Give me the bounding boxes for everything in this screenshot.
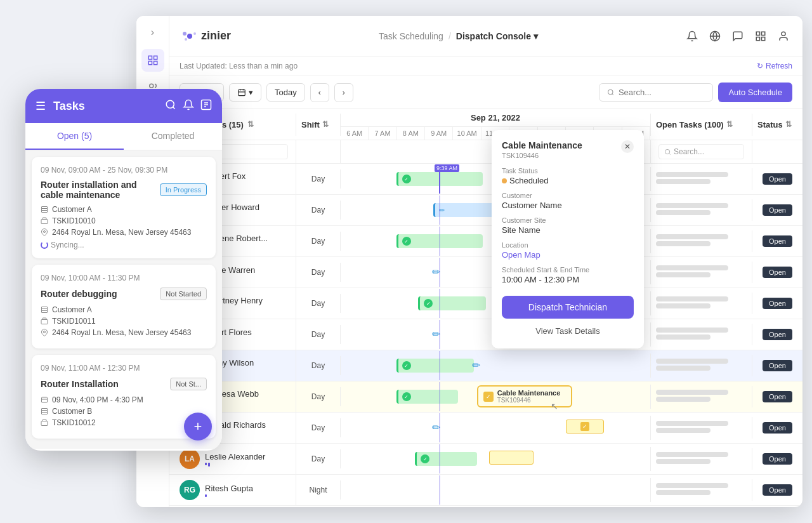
breadcrumb: Task Scheduling / Dispatch Console ▾: [231, 31, 686, 41]
svg-rect-15: [756, 32, 759, 35]
logo-icon: [182, 29, 197, 44]
status-cell: Open: [752, 230, 802, 252]
list-item[interactable]: 09 Nov, 09:00 AM - 25 Nov, 09:30 PM Rout…: [32, 157, 216, 258]
task-search-placeholder: Search...: [674, 147, 704, 156]
task-icon: ✓: [580, 422, 589, 431]
refresh-button[interactable]: ↻ Refresh: [757, 62, 792, 70]
status-cell: Open: [752, 168, 802, 190]
filter-icon[interactable]: ⇅: [785, 120, 792, 129]
svg-rect-17: [756, 37, 759, 40]
prev-button[interactable]: ‹: [310, 83, 329, 102]
sidebar-icon-analytics[interactable]: [141, 49, 164, 72]
search-icon: [664, 149, 671, 156]
chat-icon[interactable]: [731, 30, 744, 43]
menu-icon[interactable]: ☰: [36, 99, 46, 113]
calendar-check-icon: ✓: [483, 392, 494, 402]
mobile-search-icon[interactable]: [165, 99, 176, 113]
search-box[interactable]: [599, 83, 713, 102]
popup-location-field: Location Open Map: [502, 241, 634, 260]
close-button[interactable]: ✕: [621, 140, 634, 153]
id-icon: [41, 317, 48, 325]
tab-completed[interactable]: Completed: [124, 123, 222, 150]
tab-open[interactable]: Open (5): [25, 123, 124, 150]
filter-icon[interactable]: ⇅: [726, 120, 733, 129]
open-tasks-header: Open Tasks (100) ⇅: [650, 114, 752, 136]
breadcrumb-parent[interactable]: Task Scheduling: [379, 31, 443, 41]
open-tasks-cell: [650, 385, 752, 409]
hour-6am: 6 AM: [341, 127, 369, 140]
popup-title: Cable Maintenance: [502, 140, 582, 150]
mobile-avatar-icon[interactable]: [200, 99, 212, 113]
status-badge: Open: [763, 360, 792, 371]
open-tasks-cell: [650, 447, 752, 471]
dispatch-technician-button[interactable]: Dispatch Technician: [502, 296, 634, 319]
svg-point-9: [187, 34, 192, 39]
chevron-down-icon[interactable]: ▾: [534, 31, 538, 41]
popup-customer-label: Customer: [502, 192, 634, 199]
popup-location-value[interactable]: Open Map: [502, 250, 634, 260]
timeline-cell[interactable]: ✓: [341, 444, 650, 473]
id-icon: [41, 217, 48, 225]
shift-cell: Day: [296, 356, 341, 375]
calendar-button[interactable]: ▾: [229, 83, 261, 102]
add-task-button[interactable]: +: [184, 413, 212, 440]
avatar: LA: [180, 449, 200, 469]
task-title: Router Installation: [41, 379, 119, 389]
popup-header: Cable Maintenance TSK109446 ✕: [502, 140, 634, 159]
table-row: RF Robert Fox Day: [169, 164, 802, 195]
search-input[interactable]: [619, 88, 705, 97]
table-row: JW Jenny Wilson Day: [169, 350, 802, 381]
table-row: LA Leslie Alexander Day: [169, 444, 802, 475]
building-icon: [41, 407, 48, 415]
next-button[interactable]: ›: [334, 83, 353, 102]
hour-9am: 9 AM: [425, 127, 453, 140]
sidebar-toggle[interactable]: ›: [147, 26, 159, 39]
auto-schedule-button[interactable]: Auto Schedule: [718, 83, 792, 102]
tech-name: Leslie Alexander: [205, 452, 285, 461]
open-tasks-cell: [650, 167, 752, 191]
status-cell: Open: [752, 355, 802, 376]
filter-icon[interactable]: ⇅: [247, 120, 254, 129]
tech-name: Ritesh Gupta: [205, 484, 285, 493]
popup-location-label: Location: [502, 241, 634, 249]
status-badge: Open: [763, 422, 792, 434]
timeline-cell[interactable]: ✓ ✓ Cable Maintenance TSK109446 ↖: [341, 382, 650, 411]
grid-icon[interactable]: [754, 30, 767, 43]
dispatch-grid: Technicians (15) ⇅ Shift ⇅ Sep 21, 2022 …: [169, 109, 802, 507]
view-task-details-button[interactable]: View Task Details: [502, 324, 634, 338]
location-icon[interactable]: [709, 30, 721, 43]
svg-rect-0: [148, 56, 152, 59]
mobile-header: ☰ Tasks: [25, 89, 222, 123]
user-icon[interactable]: [777, 30, 790, 43]
status-header: Status ⇅: [752, 114, 802, 136]
popup-status-field: Task Status Scheduled: [502, 167, 634, 185]
bell-icon[interactable]: [686, 30, 698, 43]
status-cell: Open: [752, 386, 802, 407]
today-button[interactable]: Today: [266, 83, 305, 102]
timeline-cell[interactable]: ✏ ✓: [341, 413, 650, 442]
svg-rect-1: [154, 56, 157, 59]
filter-icon[interactable]: ⇅: [322, 120, 329, 129]
task-id: TSKID10010: [52, 216, 96, 225]
hour-10am: 10 AM: [453, 127, 481, 140]
shift-cell: Day: [296, 387, 341, 406]
open-tasks-cell: [650, 478, 752, 502]
content-area: Last Updated: Less than a min ago ↻ Refr…: [169, 56, 802, 507]
status-cell: Open: [752, 417, 802, 439]
task-date2: 09 Nov, 4:00 PM - 4:30 PM: [52, 395, 143, 404]
svg-point-10: [183, 32, 187, 36]
status-cell: Open: [752, 199, 802, 221]
shift-cell: Day: [296, 325, 341, 344]
status-dot: [502, 178, 507, 183]
sync-text: Syncing...: [51, 241, 84, 249]
svg-point-24: [608, 89, 613, 95]
timeline-cell[interactable]: [341, 475, 650, 505]
list-item[interactable]: 09 Nov, 10:00 AM - 11:30 PM Router debug…: [32, 265, 216, 348]
cable-task-bar[interactable]: ✓ Cable Maintenance TSK109446 ↖: [477, 385, 572, 407]
svg-rect-39: [41, 220, 48, 224]
shift-cell: Night: [296, 480, 341, 500]
svg-point-11: [193, 32, 196, 35]
mobile-bell-icon[interactable]: [183, 99, 194, 113]
timeline-cell[interactable]: ✓ ✏: [341, 351, 650, 380]
popup-schedule-label: Scheduled Start & End Time: [502, 266, 634, 274]
